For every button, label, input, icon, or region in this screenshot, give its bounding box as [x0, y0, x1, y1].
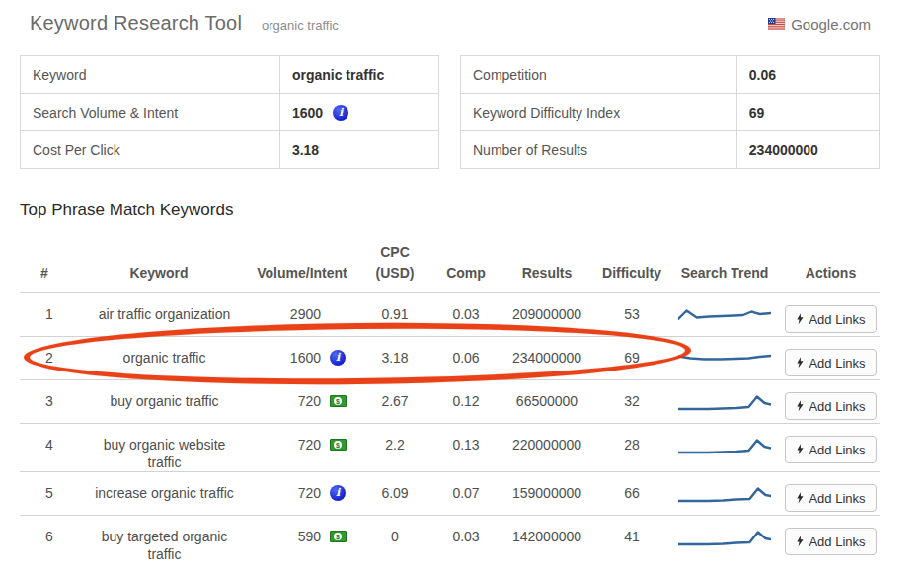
rank-cell: 2 [20, 337, 69, 380]
col-header-comp: Comp [434, 234, 498, 293]
table-row: 1 air traffic organization 2900 0.91 0.0… [20, 293, 880, 337]
volume-value: 720 [298, 436, 321, 453]
region-label: Google.com [791, 16, 871, 33]
summary-value-text: 1600 [292, 105, 323, 121]
intent-icon-slot [329, 306, 346, 323]
lightning-bolt-icon [796, 536, 804, 547]
summary-label: Keyword [21, 56, 280, 94]
comp-cell: 0.12 [434, 380, 498, 424]
lightning-bolt-icon [796, 313, 804, 325]
difficulty-cell: 66 [596, 472, 667, 516]
section-heading: Top Phrase Match Keywords [20, 201, 924, 220]
difficulty-cell: 69 [596, 337, 667, 380]
cpc-cell: 2.67 [355, 380, 434, 424]
rank-cell: 4 [20, 424, 69, 472]
table-row: 5 increase organic traffic 720i 6.09 0.0… [20, 472, 880, 516]
rank-cell: 1 [20, 293, 69, 337]
summary-row: Search Volume & Intent 1600 i [21, 94, 439, 131]
comp-cell: 0.06 [434, 337, 498, 380]
dollar-bill-icon: $ [330, 395, 346, 407]
intent-icon-slot: i [329, 485, 346, 502]
volume-value: 720 [298, 392, 321, 410]
add-links-button[interactable]: Add Links [785, 305, 876, 333]
summary-label: Cost Per Click [21, 131, 280, 169]
keyword-summary: Keyword organic traffic Search Volume & … [20, 55, 880, 169]
rank-cell: 6 [20, 516, 69, 564]
summary-value: 3.18 [279, 131, 438, 169]
summary-row: Competition 0.06 [461, 56, 880, 94]
add-links-button[interactable]: Add Links [785, 528, 876, 555]
info-icon[interactable]: i [330, 350, 346, 366]
actions-cell: Add Links [782, 516, 880, 564]
comp-cell: 0.03 [434, 516, 498, 564]
add-links-button[interactable]: Add Links [785, 436, 876, 463]
lightning-bolt-icon [796, 400, 804, 412]
comp-cell: 0.03 [434, 293, 498, 337]
results-cell: 234000000 [498, 337, 596, 380]
intent-icon-slot: i [329, 350, 346, 367]
intent-icon-slot: $ [329, 437, 346, 453]
summary-label: Competition [461, 56, 737, 94]
results-cell: 209000000 [498, 293, 596, 337]
summary-row: Number of Results 234000000 [461, 131, 880, 169]
actions-cell: Add Links [782, 337, 880, 380]
add-links-button[interactable]: Add Links [785, 484, 876, 512]
search-trend-sparkline [667, 424, 782, 472]
actions-cell: Add Links [782, 380, 880, 424]
info-icon[interactable]: i [333, 105, 348, 121]
dollar-bill-icon: $ [330, 531, 346, 542]
summary-row: Keyword organic traffic [21, 56, 439, 94]
lightning-bolt-icon [796, 444, 804, 455]
results-cell: 66500000 [498, 380, 596, 424]
summary-value: organic traffic [279, 56, 438, 94]
results-cell: 220000000 [498, 424, 596, 472]
keyword-cell: buy targeted organic traffic [69, 516, 249, 564]
add-links-button[interactable]: Add Links [785, 392, 876, 420]
cpc-cell: 0.91 [355, 293, 434, 337]
keyword-cell: increase organic traffic [69, 472, 249, 516]
summary-value: 234000000 [736, 131, 879, 169]
col-header-difficulty: Difficulty [596, 234, 667, 293]
keyword-cell: buy organic website traffic [69, 424, 249, 472]
search-trend-sparkline [667, 380, 782, 424]
region-selector[interactable]: Google.com [768, 16, 871, 33]
search-trend-sparkline [667, 337, 782, 380]
cpc-cell: 0 [355, 516, 434, 564]
rank-cell: 3 [20, 380, 69, 424]
lightning-bolt-icon [796, 492, 804, 504]
us-flag-icon [768, 18, 785, 30]
col-header-keyword: Keyword [69, 234, 249, 293]
table-row-highlighted: 2 organic traffic 1600i 3.18 0.06 234000… [20, 337, 880, 380]
add-links-button[interactable]: Add Links [785, 349, 876, 376]
col-header-rank: # [20, 234, 69, 293]
volume-value: 1600 [290, 349, 321, 367]
phrase-match-table: # Keyword Volume/Intent CPC (USD) Comp R… [20, 234, 880, 563]
lightning-bolt-icon [796, 357, 804, 369]
search-trend-sparkline [667, 472, 782, 516]
difficulty-cell: 41 [596, 516, 667, 564]
table-header-row: # Keyword Volume/Intent CPC (USD) Comp R… [20, 234, 880, 293]
comp-cell: 0.13 [434, 424, 498, 472]
actions-cell: Add Links [782, 424, 880, 472]
volume-cell: 720$ [249, 380, 355, 424]
volume-value: 2900 [290, 305, 321, 323]
search-trend-sparkline [667, 293, 782, 337]
page-title: Keyword Research Tool [30, 12, 242, 35]
intent-icon-slot: $ [329, 529, 346, 545]
difficulty-cell: 28 [596, 424, 667, 472]
summary-label: Number of Results [461, 131, 737, 169]
summary-value: 0.06 [736, 56, 879, 94]
actions-cell: Add Links [782, 472, 880, 516]
intent-icon-slot: $ [329, 393, 346, 410]
phrase-match-table-wrap: # Keyword Volume/Intent CPC (USD) Comp R… [20, 234, 880, 563]
searched-keyword-label: organic traffic [262, 18, 339, 33]
volume-cell: 1600i [249, 337, 355, 380]
info-icon[interactable]: i [330, 485, 346, 501]
volume-cell: 720i [249, 472, 355, 516]
results-cell: 159000000 [498, 472, 596, 516]
cpc-cell: 2.2 [355, 424, 434, 472]
search-trend-sparkline [667, 516, 782, 564]
summary-table-right: Competition 0.06 Keyword Difficulty Inde… [460, 55, 880, 169]
cpc-cell: 6.09 [355, 472, 434, 516]
summary-label: Keyword Difficulty Index [461, 94, 737, 131]
